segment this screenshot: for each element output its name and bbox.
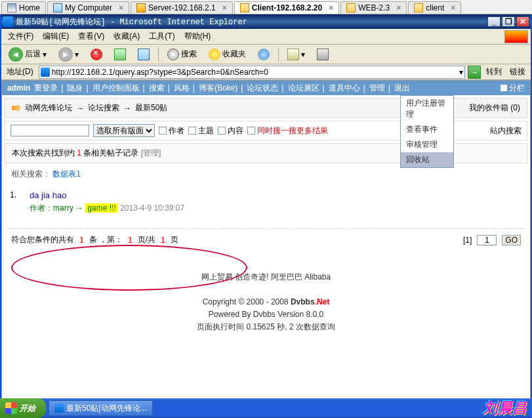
pager: 符合您条件的共有1条 ，第：1 页/共 1 页 [1] GO xyxy=(11,234,521,245)
pg-cnt: 1 xyxy=(79,236,84,245)
forum-nav-link[interactable]: 搜索 xyxy=(146,83,167,94)
ri-manage-link[interactable]: [管理] xyxy=(141,148,161,157)
refresh-button[interactable] xyxy=(110,46,131,63)
opt-content[interactable]: 内容 xyxy=(218,125,243,136)
close-icon[interactable]: × xyxy=(396,3,401,12)
opt-content-label: 内容 xyxy=(228,125,243,136)
vm-tab[interactable]: My Computer× xyxy=(47,1,129,14)
address-dropdown-icon[interactable]: ▾ xyxy=(459,68,463,77)
mail-button[interactable]: ▾ xyxy=(283,46,310,63)
dropdown-item[interactable]: 审核管理 xyxy=(401,137,453,152)
split-panel-link[interactable]: 分栏 xyxy=(501,83,525,94)
stop-button[interactable] xyxy=(86,46,107,63)
result-timestamp: 2013-4-9 10:39:07 xyxy=(120,203,184,213)
nav-sep: | xyxy=(323,83,325,93)
forum-nav-link[interactable]: 道具中心 xyxy=(326,83,363,94)
split-label: 分栏 xyxy=(509,83,525,94)
pg-t2: 条 ，第： xyxy=(89,234,123,245)
annotation-ellipse xyxy=(11,245,247,291)
fav-label: 收藏夹 xyxy=(222,49,246,60)
pager-nav[interactable]: [1] xyxy=(463,236,472,245)
menu-item[interactable]: 查看(V) xyxy=(74,30,108,43)
forward-button[interactable]: ► ▾ xyxy=(54,45,83,64)
ft-exec-time: 页面执行时间 0.15625 秒, 2 次数据查询 xyxy=(2,321,530,333)
forum-nav-link[interactable]: 退出 xyxy=(392,83,413,94)
home-button[interactable] xyxy=(133,46,154,63)
history-button[interactable] xyxy=(253,46,274,63)
dropdown-item[interactable]: 回收站 xyxy=(401,152,453,167)
vm-tab[interactable]: client× xyxy=(408,1,461,14)
favorites-button[interactable]: 收藏夹 xyxy=(204,46,251,63)
search-keyword-input[interactable] xyxy=(10,125,89,136)
bc-sep: → xyxy=(76,104,84,113)
menu-item[interactable]: 工具(T) xyxy=(145,30,178,43)
back-button[interactable]: ◄后退 ▾ xyxy=(4,45,51,64)
forum-nav-link[interactable]: 重登录 xyxy=(31,83,60,94)
vm-tab-icon xyxy=(240,3,249,12)
pg-t4: 页 xyxy=(171,234,178,245)
bc-search[interactable]: 论坛搜索 xyxy=(88,102,119,114)
dropdown-item[interactable]: 查看事件 xyxy=(401,122,453,137)
address-bar: 地址(D) ▾ → 转到 链接 xyxy=(1,64,531,80)
inbox-link[interactable]: 我的收件箱 (0) xyxy=(469,102,520,114)
dropdown-item[interactable]: 用户注册管理 xyxy=(401,96,453,122)
vm-tab[interactable]: Home xyxy=(1,1,46,14)
close-button[interactable]: ✕ xyxy=(516,16,529,27)
highlighted-term: game !!! xyxy=(85,203,117,213)
admin-dropdown-menu: 用户注册管理查看事件审核管理回收站 xyxy=(400,95,454,168)
pager-go-button[interactable]: GO xyxy=(502,235,521,245)
restore-button[interactable]: ❐ xyxy=(502,16,515,27)
address-input[interactable] xyxy=(52,68,457,77)
opt-topic-label: 主题 xyxy=(198,125,214,136)
taskbar-item-ie[interactable]: 最新50贴[动网先锋论... xyxy=(49,400,153,416)
author-link[interactable]: marry xyxy=(53,203,73,213)
pg-cur: 1 xyxy=(128,236,133,245)
vm-tab-icon xyxy=(346,3,356,12)
vm-tab-label: Client-192.168.2.20 xyxy=(252,3,322,12)
ft-brand: Dvbbs xyxy=(291,297,315,306)
inside-search-label: 站内搜索 xyxy=(490,125,522,136)
author-label: 作者： xyxy=(30,203,53,213)
pager-input[interactable] xyxy=(477,235,497,245)
opt-multi[interactable]: 同时搜一搜更多结果 xyxy=(247,125,328,136)
ft-powered: Powered By Dvbbs Version 8.0.0 xyxy=(2,308,530,321)
related-link[interactable]: 数据表1 xyxy=(52,169,81,178)
nav-sep: | xyxy=(388,83,390,93)
watermark-text: 刘晨昌 xyxy=(483,398,527,418)
menu-item[interactable]: 编辑(E) xyxy=(39,30,73,43)
close-icon[interactable]: × xyxy=(329,3,333,12)
forum-nav-link[interactable]: 隐身 xyxy=(64,83,85,94)
go-button[interactable]: → xyxy=(468,66,481,79)
opt-topic[interactable]: 主题 xyxy=(188,125,214,136)
vm-tab[interactable]: WEB-2.3× xyxy=(340,1,407,14)
windows-taskbar: 开始 最新50贴[动网先锋论... 刘晨昌 xyxy=(0,398,532,418)
close-icon[interactable]: × xyxy=(451,3,455,12)
forum-nav-link[interactable]: 博客(Boke) xyxy=(196,83,240,94)
menu-item[interactable]: 帮助(H) xyxy=(180,30,215,43)
forum-nav-link[interactable]: 论坛展区 xyxy=(285,83,322,94)
close-icon[interactable]: × xyxy=(119,3,123,12)
forum-nav-link[interactable]: 管理 xyxy=(367,83,388,94)
windows-logo-icon xyxy=(5,402,17,414)
minimize-button[interactable]: _ xyxy=(487,16,501,27)
forum-nav-link[interactable]: 风格 xyxy=(171,83,192,94)
nav-sep: | xyxy=(168,83,170,93)
search-button[interactable]: 搜索 xyxy=(163,46,201,63)
menu-item[interactable]: 文件(F) xyxy=(4,30,37,43)
task-item-label: 最新50贴[动网先锋论... xyxy=(66,403,147,414)
close-icon[interactable]: × xyxy=(222,3,227,12)
board-select[interactable]: 选取所有版面 xyxy=(93,124,155,137)
vm-tab[interactable]: Client-192.168.2.20× xyxy=(234,1,339,14)
print-button[interactable] xyxy=(312,46,333,63)
vm-tab[interactable]: Server-192.168.2.1× xyxy=(131,1,233,14)
related-search: 相关搜索： 数据表1 xyxy=(11,169,521,180)
start-button[interactable]: 开始 xyxy=(0,398,46,418)
result-title-link[interactable]: da jia hao xyxy=(30,190,66,200)
forum-nav-link[interactable]: 用户控制面板 xyxy=(90,83,142,94)
menu-item[interactable]: 收藏(A) xyxy=(110,30,144,43)
forum-nav-link[interactable]: 论坛状态 xyxy=(244,83,281,94)
links-label: 链接 xyxy=(507,66,528,77)
page-viewport: admin 重登录 | 隐身 | 用户控制面板 | 搜索 | 风格 | 博客(B… xyxy=(1,80,531,400)
opt-author[interactable]: 作者 xyxy=(159,125,184,136)
bc-forum-home[interactable]: 动网先锋论坛 xyxy=(25,102,72,114)
